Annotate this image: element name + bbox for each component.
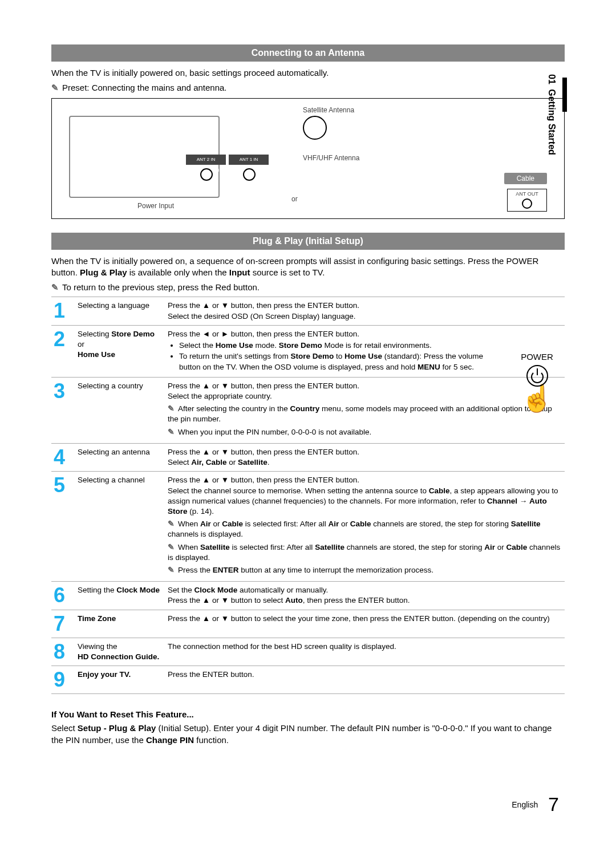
step-number: 6 <box>51 582 75 610</box>
step-number: 3 <box>51 377 75 443</box>
step-description: Press the ◄ or ► button, then press the … <box>165 325 565 377</box>
setup-steps-table: 1 Selecting a language Press the ▲ or ▼ … <box>51 297 565 694</box>
section-heading-antenna: Connecting to an Antenna <box>51 44 565 62</box>
section-heading-plug-play: Plug & Play (Initial Setup) <box>51 233 565 250</box>
step-description: The connection method for the best HD sc… <box>165 638 565 666</box>
step-description: Press the ▲ or ▼ button, then press the … <box>165 377 565 443</box>
power-label: POWER <box>521 351 553 363</box>
step-number: 9 <box>51 666 75 694</box>
section2-note: To return to the previous step, press th… <box>51 282 565 293</box>
satellite-antenna-label: Satellite Antenna <box>303 106 354 115</box>
ant1-in-port-label: ANT 1 IN (AIR/CABLE) <box>229 155 269 165</box>
step-title: Selecting a country <box>75 377 165 443</box>
coax-jack-icon <box>522 198 532 209</box>
step-row-3: 3 Selecting a country Press the ▲ or ▼ b… <box>51 377 565 443</box>
step-description: Press the ▲ or ▼ button, then press the … <box>165 297 565 325</box>
step-description: Press the ENTER button. <box>165 666 565 694</box>
step-row-6: 6 Setting the Clock Mode Set the Clock M… <box>51 582 565 610</box>
step-note: After selecting the country in the Count… <box>168 404 562 424</box>
step-description: Press the ▲ or ▼ button, then press the … <box>165 472 565 582</box>
section1-intro: When the TV is initially powered on, bas… <box>51 67 565 79</box>
chapter-number: 01 <box>547 74 557 84</box>
step-note: Press the ENTER button at any time to in… <box>168 565 562 575</box>
footer-language: English <box>512 800 538 809</box>
step-title: Viewing theHD Connection Guide. <box>75 638 165 666</box>
power-icon <box>526 365 548 387</box>
step-description: Press the ▲ or ▼ button, then press the … <box>165 443 565 471</box>
step-title: Time Zone <box>75 610 165 638</box>
vhf-uhf-label: VHF/UHF Antenna <box>303 153 359 163</box>
power-input-label: Power Input <box>137 201 174 210</box>
step-row-4: 4 Selecting an antenna Press the ▲ or ▼ … <box>51 443 565 471</box>
page-number: 7 <box>548 793 559 815</box>
hand-press-icon: ☝ <box>521 389 553 407</box>
page: 01 Getting Started Connecting to an Ante… <box>0 0 616 852</box>
step-row-5: 5 Selecting a channel Press the ▲ or ▼ b… <box>51 472 565 582</box>
section2-intro: When the TV is initially powered on, a s… <box>51 255 565 279</box>
power-button-figure: POWER ☝ <box>521 351 553 407</box>
cable-label: Cable <box>504 173 547 184</box>
step-description: Set the Clock Mode automatically or manu… <box>165 582 565 610</box>
section2-note-text: To return to the previous step, press th… <box>62 282 260 292</box>
or-label: or <box>291 194 298 204</box>
section1-note: Preset: Connecting the mains and antenna… <box>51 82 565 94</box>
ant-out-label: ANT OUT <box>516 191 538 197</box>
step-note: When you input the PIN number, 0-0-0-0 i… <box>168 427 562 437</box>
step-note: When Satellite is selected first: After … <box>168 542 562 563</box>
satellite-dish-icon <box>303 116 327 140</box>
coax-port-icon <box>243 168 256 181</box>
step-row-7: 7 Time Zone Press the ▲ or ▼ button to s… <box>51 610 565 638</box>
antenna-connection-diagram: Power Input ANT 2 IN (SATELLITE) ANT 1 I… <box>51 98 565 219</box>
step-title: Enjoy your TV. <box>75 666 165 694</box>
step-description: Press the ▲ or ▼ button to select the yo… <box>165 610 565 638</box>
step-number: 8 <box>51 638 75 666</box>
step-title: Setting the Clock Mode <box>75 582 165 610</box>
coax-port-icon <box>200 168 213 181</box>
step-title: Selecting Store Demo or Home Use <box>75 325 165 377</box>
step-row-2: 2 Selecting Store Demo or Home Use Press… <box>51 325 565 377</box>
reset-instruction: Select Setup - Plug & Play (Initial Setu… <box>51 723 565 746</box>
step-title: Selecting an antenna <box>75 443 165 471</box>
step-number: 7 <box>51 610 75 638</box>
step-number: 5 <box>51 472 75 582</box>
step-note: When Air or Cable is selected first: Aft… <box>168 519 562 539</box>
page-footer: English 7 <box>512 792 559 818</box>
reset-heading: If You Want to Reset This Feature... <box>51 709 565 720</box>
step-row-8: 8 Viewing theHD Connection Guide. The co… <box>51 638 565 666</box>
section1-note-text: Preset: Connecting the mains and antenna… <box>62 83 227 92</box>
step-number: 1 <box>51 297 75 325</box>
wall-outlet-icon: ANT OUT <box>507 189 547 212</box>
step-row-9: 9 Enjoy your TV. Press the ENTER button. <box>51 666 565 694</box>
step-title: Selecting a channel <box>75 472 165 582</box>
step-number: 2 <box>51 325 75 377</box>
ant2-in-port-label: ANT 2 IN (SATELLITE) <box>186 155 226 165</box>
step-row-1: 1 Selecting a language Press the ▲ or ▼ … <box>51 297 565 325</box>
step-number: 4 <box>51 443 75 471</box>
step-title: Selecting a language <box>75 297 165 325</box>
